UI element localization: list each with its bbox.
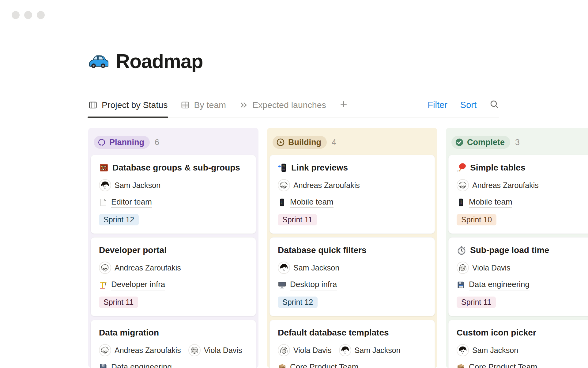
tab-project-by-status[interactable]: Project by Status — [88, 100, 168, 110]
column-header: Complete3 — [448, 130, 588, 155]
person-name: Sam Jackson — [355, 346, 401, 355]
person: Viola Davis — [278, 344, 332, 356]
card-title-text: Data migration — [99, 328, 159, 338]
tab-label: Expected launches — [252, 100, 326, 110]
person-name: Sam Jackson — [293, 263, 339, 272]
person: Sam Jackson — [99, 179, 160, 191]
team-label: Data engineering — [111, 362, 172, 368]
column-header: Building4 — [270, 130, 435, 155]
tab-by-team[interactable]: By team — [180, 100, 226, 110]
avatar-viola — [188, 344, 201, 356]
status-pill-planning[interactable]: Planning — [94, 136, 150, 149]
sort-button[interactable]: Sort — [460, 100, 477, 110]
sprint-badge: Sprint 12 — [99, 214, 139, 225]
person-row: Andreas ZaroufakisViola Davis — [99, 344, 248, 356]
person-name: Viola Davis — [204, 346, 242, 355]
window-dot[interactable] — [24, 11, 32, 19]
person: Viola Davis — [457, 262, 511, 274]
abacus-icon — [99, 163, 109, 173]
box-icon — [278, 363, 286, 368]
desktop-icon — [278, 281, 286, 289]
card-title-text: Custom icon picker — [457, 328, 536, 338]
team-label: Editor team — [111, 197, 152, 208]
card-title: Sub-page load time — [457, 245, 588, 255]
view-tabs-bar: Project by Status By team Expected launc… — [88, 99, 499, 117]
crane-icon — [99, 281, 107, 289]
page-icon — [99, 198, 107, 207]
team-link[interactable]: Data engineering — [99, 362, 248, 368]
team-link[interactable]: Core Product Team — [278, 362, 427, 368]
team-link[interactable]: Data engineering — [457, 279, 588, 290]
avatar-sam — [99, 179, 111, 191]
person-name: Viola Davis — [293, 346, 332, 355]
card-title: Link previews — [278, 163, 427, 173]
card-title-text: Database groups & sub-groups — [112, 163, 240, 173]
person-row: Andreas Zaroufakis — [278, 179, 427, 191]
card[interactable]: Database groups & sub-groupsSam JacksonE… — [91, 155, 256, 234]
card[interactable]: Sub-page load timeViola DavisData engine… — [448, 237, 588, 316]
team-link[interactable]: Desktop infra — [278, 279, 427, 290]
card-title: Database quick filters — [278, 245, 427, 255]
status-label: Planning — [109, 138, 144, 147]
board-column-planning: Planning6Database groups & sub-groupsSam… — [88, 128, 258, 368]
floppy-icon — [99, 363, 107, 368]
team-link[interactable]: Editor team — [99, 197, 248, 208]
team-link[interactable]: Core Product Team — [457, 362, 588, 368]
card[interactable]: Custom icon pickerSam JacksonCore Produc… — [448, 320, 588, 368]
filter-button[interactable]: Filter — [428, 100, 447, 110]
tab-label: By team — [194, 100, 226, 110]
card[interactable]: Link previewsAndreas ZaroufakisMobile te… — [270, 155, 435, 234]
team-link[interactable]: Developer infra — [99, 279, 248, 290]
card[interactable]: Database quick filtersSam JacksonDesktop… — [270, 237, 435, 316]
card[interactable]: Data migrationAndreas ZaroufakisViola Da… — [91, 320, 256, 368]
card[interactable]: Simple tablesAndreas ZaroufakisMobile te… — [448, 155, 588, 234]
card-title: Data migration — [99, 328, 248, 338]
person: Andreas Zaroufakis — [278, 179, 360, 191]
phone-icon — [457, 198, 465, 207]
status-pill-complete[interactable]: Complete — [451, 136, 510, 149]
search-icon — [489, 99, 499, 109]
status-pill-building[interactable]: Building — [273, 136, 327, 149]
person-row: Sam Jackson — [278, 262, 427, 274]
add-view-button[interactable] — [339, 100, 348, 110]
person: Viola Davis — [188, 344, 242, 356]
board-column-building: Building4Link previewsAndreas Zaroufakis… — [267, 128, 437, 368]
status-building-icon — [276, 138, 285, 147]
person-row: Sam Jackson — [457, 344, 588, 356]
avatar-andreas — [99, 262, 111, 274]
stopwatch-icon — [457, 245, 466, 255]
window-dot[interactable] — [37, 11, 45, 19]
box-icon — [457, 363, 465, 368]
avatar-viola — [457, 262, 469, 274]
search-button[interactable] — [489, 99, 499, 110]
card[interactable]: Developer portalAndreas ZaroufakisDevelo… — [91, 237, 256, 316]
person: Sam Jackson — [457, 344, 518, 356]
card[interactable]: Default database templatesViola DavisSam… — [270, 320, 435, 368]
car-icon[interactable] — [88, 53, 108, 69]
card-title-text: Default database templates — [278, 328, 389, 338]
team-label: Developer infra — [111, 279, 165, 290]
window-controls[interactable] — [12, 11, 45, 19]
sprint-badge: Sprint 11 — [278, 214, 317, 225]
person-name: Andreas Zaroufakis — [115, 263, 181, 272]
sprint-badge: Sprint 12 — [278, 297, 318, 308]
board-view-icon — [88, 100, 98, 110]
person: Andreas Zaroufakis — [99, 344, 181, 356]
team-label: Data engineering — [469, 279, 530, 290]
tab-expected-launches[interactable]: Expected launches — [239, 100, 326, 110]
card-title-text: Developer portal — [99, 245, 167, 255]
person: Andreas Zaroufakis — [457, 179, 539, 191]
sprint-badge: Sprint 11 — [99, 297, 138, 308]
card-list: Link previewsAndreas ZaroufakisMobile te… — [270, 155, 435, 368]
team-link[interactable]: Mobile team — [278, 197, 427, 208]
person-name: Sam Jackson — [115, 181, 160, 190]
window-dot[interactable] — [12, 11, 20, 19]
chevrons-right-icon — [239, 100, 248, 110]
person-row: Viola DavisSam Jackson — [278, 344, 427, 356]
board-toolbar: Filter Sort — [428, 99, 499, 110]
phone-icon — [278, 198, 286, 207]
person: Sam Jackson — [278, 262, 339, 274]
card-title: Simple tables — [457, 163, 588, 173]
team-label: Core Product Team — [290, 362, 359, 368]
team-link[interactable]: Mobile team — [457, 197, 588, 208]
